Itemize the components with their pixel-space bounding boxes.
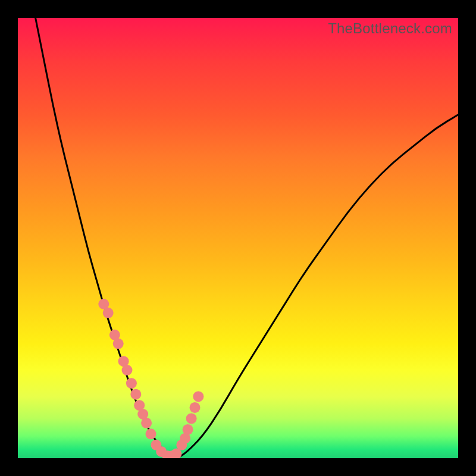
dot xyxy=(122,365,133,375)
dot xyxy=(193,391,203,402)
outer-frame: TheBottleneck.com xyxy=(0,0,476,476)
dot xyxy=(113,339,124,349)
dot xyxy=(186,413,197,424)
dot xyxy=(141,418,152,428)
chart-svg xyxy=(18,18,458,458)
highlight-dots xyxy=(98,299,203,458)
bottleneck-curve xyxy=(36,18,458,457)
dot xyxy=(146,428,156,439)
dot xyxy=(190,402,201,413)
dot xyxy=(183,424,193,435)
plot-area: TheBottleneck.com xyxy=(18,18,458,458)
dot xyxy=(126,378,137,389)
dot xyxy=(130,389,141,400)
dot xyxy=(103,308,114,318)
